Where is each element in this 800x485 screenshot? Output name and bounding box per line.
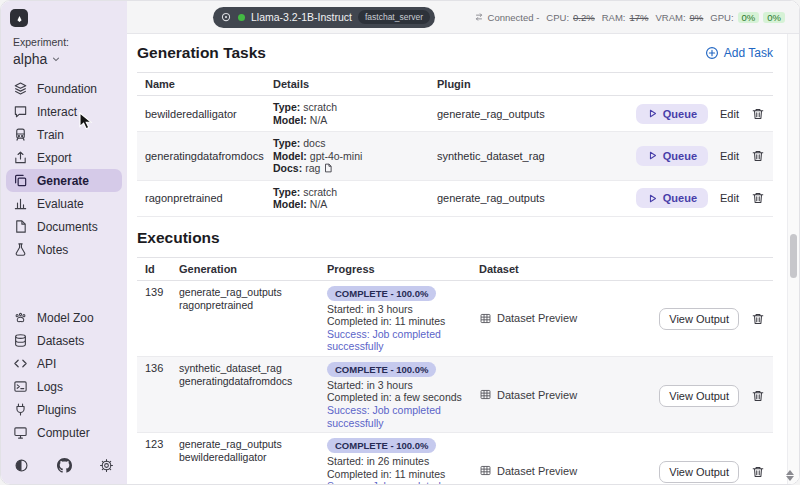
trash-icon (751, 107, 765, 121)
scroll-corner-control[interactable] (783, 469, 797, 482)
add-task-button[interactable]: Add Task (705, 46, 773, 60)
view-output-button[interactable]: View Output (659, 308, 739, 330)
generation-task: bewilderedalligator (179, 451, 311, 464)
running-model-badge[interactable]: Llama-3.2-1B-Instruct fastchat_server (213, 7, 435, 28)
status-badge: COMPLETE - 100.0% (327, 438, 436, 453)
experiment-selector[interactable]: alpha (13, 51, 115, 67)
link-icon (474, 12, 484, 22)
edit-button[interactable]: Edit (720, 192, 739, 204)
terminal-icon (13, 379, 28, 394)
dataset-preview-link[interactable]: Dataset Preview (479, 388, 577, 401)
delete-execution-button[interactable] (751, 389, 765, 403)
monitor-icon (13, 425, 28, 440)
view-output-button[interactable]: View Output (659, 385, 739, 407)
dataset-preview-label: Dataset Preview (497, 465, 577, 477)
queue-label: Queue (663, 150, 697, 162)
success-link[interactable]: Success: Job completed successfully (327, 328, 463, 353)
detail-label: Type: (273, 101, 300, 114)
delete-task-button[interactable] (751, 149, 765, 163)
task-actions: Queue Edit (621, 180, 773, 216)
table-grid-icon (479, 464, 492, 477)
sidebar: Experiment: alpha Foundation Interact Tr… (1, 1, 127, 484)
sidebar-item-datasets[interactable]: Datasets (1, 329, 127, 352)
delete-execution-button[interactable] (751, 465, 765, 479)
plus-circle-icon (705, 46, 719, 60)
trash-icon (751, 191, 765, 205)
vertical-scrollbar[interactable] (787, 34, 799, 484)
execution-id: 123 (137, 433, 171, 484)
sidebar-item-logs[interactable]: Logs (1, 375, 127, 398)
started-text: Started: in 26 minutes (327, 455, 463, 468)
github-icon[interactable] (57, 458, 72, 473)
detail-label: Model: (273, 150, 307, 163)
execution-actions: View Output (611, 433, 773, 484)
sidebar-item-computer[interactable]: Computer (1, 421, 127, 444)
delete-execution-button[interactable] (751, 312, 765, 326)
duplicate-icon (13, 173, 28, 188)
edit-button[interactable]: Edit (720, 108, 739, 120)
sidebar-item-notes[interactable]: Notes (1, 238, 127, 261)
paw-icon (13, 310, 28, 325)
trash-icon (751, 312, 765, 326)
execution-actions: View Output (611, 280, 773, 356)
status-badge: COMPLETE - 100.0% (327, 362, 436, 377)
completed-text: Completed in: 11 minutes (327, 468, 463, 481)
task-row-2: ragonpretrained Type:scratch Model:N/A g… (137, 180, 773, 216)
sidebar-item-generate[interactable]: Generate (6, 169, 122, 192)
sidebar-item-foundation[interactable]: Foundation (1, 77, 127, 100)
column-header-exec-actions (611, 257, 773, 280)
queue-button[interactable]: Queue (636, 104, 708, 124)
sidebar-item-evaluate[interactable]: Evaluate (1, 192, 127, 215)
success-link[interactable]: Success: Job completed successfully (327, 480, 463, 484)
app-logo-icon[interactable] (10, 9, 28, 27)
dataset-preview-link[interactable]: Dataset Preview (479, 464, 577, 477)
sidebar-item-plugins[interactable]: Plugins (1, 398, 127, 421)
sidebar-item-api[interactable]: API (1, 352, 127, 375)
queue-button[interactable]: Queue (636, 146, 708, 166)
task-name: bewilderedalligator (137, 96, 265, 132)
scrollbar-thumb[interactable] (790, 234, 797, 278)
success-link[interactable]: Success: Job completed successfully (327, 404, 463, 429)
sidebar-item-export[interactable]: Export (1, 146, 127, 169)
column-header-actions (621, 73, 773, 96)
detail-value: gpt-4o-mini (310, 150, 363, 163)
execution-row-2: 123 generate_rag_outputs bewilderedallig… (137, 433, 773, 484)
topbar: Llama-3.2-1B-Instruct fastchat_server Co… (127, 1, 799, 34)
layers-icon (13, 81, 28, 96)
delete-task-button[interactable] (751, 107, 765, 121)
play-icon (647, 108, 658, 119)
edit-button[interactable]: Edit (720, 150, 739, 162)
detail-label: Model: (273, 198, 307, 211)
dataset-preview-link[interactable]: Dataset Preview (479, 312, 577, 325)
sidebar-item-documents[interactable]: Documents (1, 215, 127, 238)
sidebar-item-label: Model Zoo (37, 311, 94, 325)
table-grid-icon (479, 388, 492, 401)
main-area: Llama-3.2-1B-Instruct fastchat_server Co… (127, 1, 799, 484)
task-plugin: generate_rag_outputs (429, 180, 621, 216)
sidebar-item-interact[interactable]: Interact (1, 100, 127, 123)
sidebar-item-label: Evaluate (37, 197, 84, 211)
theme-icon[interactable] (14, 458, 29, 473)
page-title: Generation Tasks (137, 44, 266, 62)
task-row-0: bewilderedalligator Type:scratch Model:N… (137, 96, 773, 132)
sidebar-item-label: Generate (37, 174, 89, 188)
sidebar-item-train[interactable]: Train (1, 123, 127, 146)
settings-gear-icon[interactable] (99, 458, 114, 473)
execution-actions: View Output (611, 356, 773, 432)
task-details: Type:scratch Model:N/A (265, 180, 429, 216)
column-header-plugin: Plugin (429, 73, 621, 96)
queue-label: Queue (663, 192, 697, 204)
task-actions: Queue Edit (621, 132, 773, 181)
detail-label: Model: (273, 114, 307, 127)
trash-icon (751, 465, 765, 479)
view-output-button[interactable]: View Output (659, 461, 739, 483)
queue-button[interactable]: Queue (636, 188, 708, 208)
experiment-label: Experiment: (13, 36, 115, 48)
chevron-down-icon (51, 54, 61, 64)
model-status-dot (238, 14, 245, 21)
detail-value: N/A (310, 198, 328, 211)
queue-label: Queue (663, 108, 697, 120)
execution-dataset: Dataset Preview (471, 280, 611, 356)
sidebar-item-model-zoo[interactable]: Model Zoo (1, 306, 127, 329)
delete-task-button[interactable] (751, 191, 765, 205)
